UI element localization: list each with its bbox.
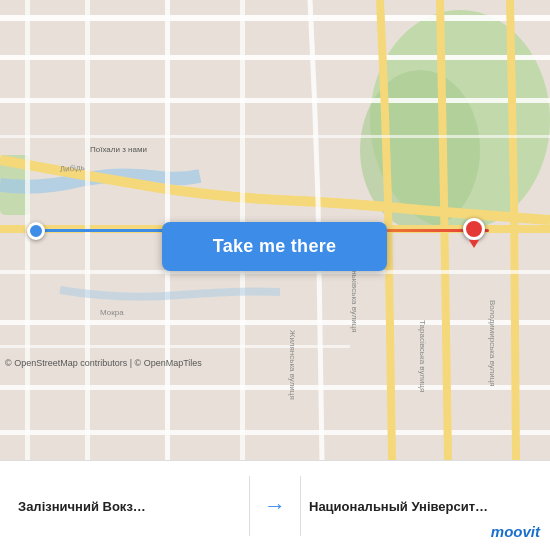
svg-rect-9: [0, 385, 550, 390]
svg-point-2: [360, 70, 480, 230]
label-ultramarin: Ультрамарін: [13, 413, 65, 423]
main-container: Либідь Паньківська вулиця Тарасівська ву…: [0, 0, 550, 550]
from-station: Залізничний Вокз…: [10, 497, 249, 514]
svg-text:Либідь: Либідь: [59, 163, 85, 174]
label-klinika: Кліника доктораБогомолець: [468, 88, 535, 108]
take-me-there-button[interactable]: Take me there: [162, 222, 387, 271]
label-universytet: Університет: [460, 50, 509, 60]
label-arcego: Arcego Brew: [458, 358, 510, 368]
label-caribbean: Caribbean Club: [198, 66, 261, 76]
label-raysuд: Районний суд: [56, 78, 113, 88]
label-tryvylky: Три Вилки: [478, 318, 521, 328]
label-goodsmoke: Good Smoke: [458, 246, 511, 256]
label-mheco: MHECO: [450, 65, 484, 75]
label-kolo2: Коло: [153, 145, 173, 155]
label-quantocosta: Quanto Costa: [100, 108, 156, 118]
map-attribution: © OpenStreetMap contributors | © OpenMap…: [5, 358, 202, 368]
map-area: Либідь Паньківська вулиця Тарасівська ву…: [0, 0, 550, 460]
label-kochut: kochut: [448, 276, 475, 286]
label-mida: Mida: [88, 65, 108, 75]
label-milki: Milki Family: [216, 92, 263, 102]
label-laclara: La Clara: [265, 416, 299, 426]
label-zoobonus: ZooBonus: [376, 358, 417, 368]
label-opera: Опера: [260, 8, 287, 18]
label-muzey: Музей ЛесіУкраїни: [254, 278, 300, 298]
label-ukrsibbank: UkrSibbank: [132, 50, 179, 60]
label-goodman: Goodman: [178, 308, 218, 318]
label-aclibadem: Aclibadem: [130, 65, 172, 75]
label-novaposhta: Нова Пошта №94: [228, 50, 302, 60]
label-vpz: ВПЗ Київ 46: [490, 55, 540, 65]
label-fora: Фора: [428, 22, 450, 32]
to-station: Национальный Університ…: [301, 497, 540, 514]
destination-marker: [463, 218, 485, 246]
label-cutme: Cutme s: [508, 358, 542, 368]
take-me-there-label: Take me there: [213, 236, 337, 257]
label-saks: Saks`85: [378, 293, 411, 303]
label-brocard: Brocard: [88, 50, 120, 60]
svg-point-1: [370, 10, 550, 230]
svg-rect-5: [0, 55, 550, 60]
label-gavana: Гавана: [388, 277, 417, 287]
label-pchilka: Пчілка: [488, 298, 516, 308]
label-diner: Diner: [25, 58, 47, 68]
svg-text:Володимирська вулиця: Володимирська вулиця: [488, 300, 497, 387]
svg-text:Жилянська вулиця: Жилянська вулиця: [288, 330, 297, 400]
svg-text:Мокра: Мокра: [100, 308, 124, 317]
label-zelena: Zelena: [468, 35, 496, 45]
label-intelex: Інтелекс: [8, 70, 43, 80]
label-produkty2: Продукти: [193, 80, 232, 90]
label-kyivsky-speleclub: КиївськийСпелеоклуб: [415, 35, 465, 55]
svg-rect-6: [0, 98, 550, 103]
svg-rect-17: [0, 345, 350, 348]
arrow-container: →: [250, 493, 300, 519]
label-produkty: Продукти: [428, 8, 467, 18]
label-atlanta: Атланта: [243, 148, 277, 158]
svg-rect-4: [0, 15, 550, 21]
svg-text:Поїхали з нами: Поїхали з нами: [90, 145, 147, 154]
svg-rect-8: [0, 320, 550, 325]
svg-rect-3: [0, 155, 30, 215]
label-bj: BJ: [406, 306, 417, 316]
svg-text:Тарасівська вулиця: Тарасівська вулиця: [418, 320, 427, 392]
to-station-name: Национальный Університ…: [309, 499, 532, 514]
label-welfare: Welfare: [170, 8, 201, 18]
label-kimsobol: Кім Со Воль: [413, 100, 464, 110]
label-oshchadbank: Ощадбанк: [393, 233, 437, 243]
svg-rect-15: [0, 135, 550, 138]
label-oazys: Оазис миру: [428, 80, 477, 90]
label-ksd: КСД: [65, 256, 83, 266]
label-kafedra: Кафедра сімейноїмедицини Матюхін: [238, 105, 317, 125]
label-plosha-peremohy: площа Перемоги: [5, 35, 76, 45]
origin-marker: [27, 222, 45, 240]
svg-rect-10: [0, 430, 550, 435]
label-skachok: Скачок: [153, 383, 182, 393]
bottom-bar: Залізничний Вокз… → Национальный Універс…: [0, 460, 550, 550]
label-salateri: Salateri: [515, 48, 546, 58]
label-ekomarket: ЕКО-Маркет: [25, 145, 77, 155]
label-savoya: Савоя: [486, 376, 512, 386]
label-nikolay: Николай: [478, 8, 514, 18]
label-bilynaliv: Білий налив: [338, 55, 389, 65]
moovit-logo: moovit: [491, 523, 540, 540]
label-euraziya: Євразія: [90, 8, 122, 18]
label-kyiava: КиїАва: [8, 8, 36, 18]
label-svyato: Святошинського р-ну: [44, 88, 133, 98]
from-station-name: Залізничний Вокз…: [18, 499, 241, 514]
label-miksmart: Мікс-март: [390, 65, 431, 75]
label-kolo1: Коло: [375, 35, 395, 45]
label-makosh: Макош: [483, 338, 512, 348]
label-winegrill: WINE GRILL: [76, 308, 128, 318]
arrow-icon: →: [264, 493, 286, 519]
label-bellucci: Bellucci: [368, 5, 399, 15]
